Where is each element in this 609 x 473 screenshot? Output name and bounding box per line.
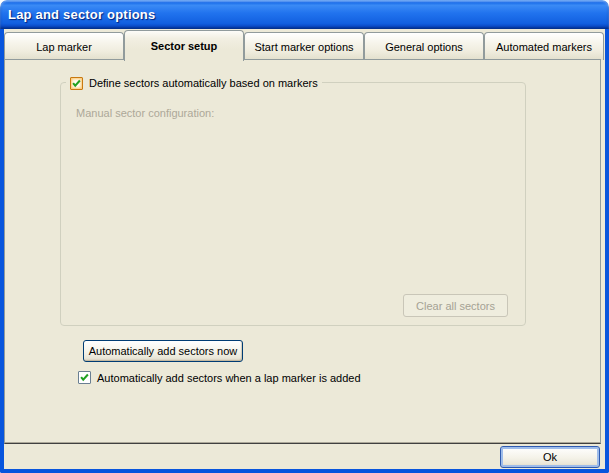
tab-general-options[interactable]: General options (364, 32, 484, 60)
checkmark-icon (79, 372, 90, 383)
tab-sector-setup[interactable]: Sector setup (124, 30, 244, 61)
define-sectors-checkbox-label: Define sectors automatically based on ma… (89, 77, 318, 89)
tab-automated-markers[interactable]: Automated markers (484, 32, 604, 60)
tab-label: Lap marker (36, 41, 92, 53)
tab-lap-marker[interactable]: Lap marker (4, 32, 124, 60)
tab-label: Sector setup (151, 40, 218, 52)
dialog-footer: Ok (4, 445, 601, 469)
auto-add-sectors-checkbox-row[interactable]: Automatically add sectors when a lap mar… (78, 371, 361, 384)
window-title: Lap and sector options (8, 7, 155, 22)
tab-label: Automated markers (496, 41, 592, 53)
auto-add-sectors-checkbox[interactable] (78, 371, 91, 384)
manual-sector-groupbox: Define sectors automatically based on ma… (60, 82, 526, 326)
tab-label: Start marker options (254, 41, 353, 53)
dialog-window: Lap and sector options Lap marker Sector… (0, 0, 609, 473)
manual-sector-configuration-label: Manual sector configuration: (76, 107, 214, 119)
tab-strip: Lap marker Sector setup Start marker opt… (4, 30, 605, 60)
clear-all-sectors-button[interactable]: Clear all sectors (403, 294, 508, 317)
define-sectors-checkbox-row[interactable]: Define sectors automatically based on ma… (66, 75, 322, 91)
title-bar: Lap and sector options (0, 0, 609, 29)
define-sectors-checkbox[interactable] (70, 77, 83, 90)
tab-page-sector-setup: Define sectors automatically based on ma… (4, 59, 601, 444)
automatically-add-sectors-now-button[interactable]: Automatically add sectors now (83, 340, 243, 362)
ok-button[interactable]: Ok (500, 446, 600, 468)
tab-start-marker-options[interactable]: Start marker options (244, 32, 364, 60)
tab-label: General options (385, 41, 463, 53)
checkmark-icon (71, 78, 82, 89)
auto-add-sectors-checkbox-label: Automatically add sectors when a lap mar… (97, 372, 361, 384)
dialog-body: Lap marker Sector setup Start marker opt… (0, 29, 609, 473)
